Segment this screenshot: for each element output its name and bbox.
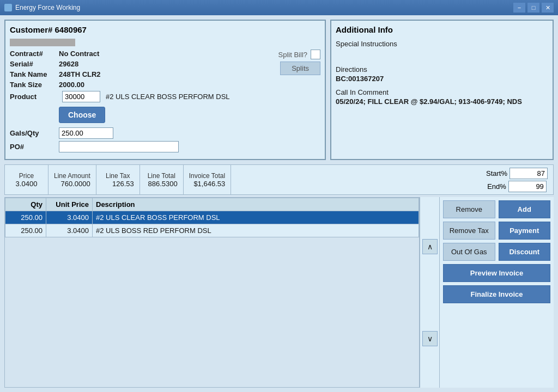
cell-description: #2 ULS BOSS RED PERFORM DSL xyxy=(93,224,419,237)
po-input[interactable] xyxy=(59,141,179,152)
cell-qty: 250.00 xyxy=(5,211,46,224)
out-of-gas-discount-row: Out Of Gas Discount xyxy=(443,243,550,261)
cell-unit-price: 3.0400 xyxy=(46,211,93,224)
payment-button[interactable]: Payment xyxy=(499,222,551,240)
remove-tax-button[interactable]: Remove Tax xyxy=(443,222,495,240)
tank-name-value: 248TH CLR2 xyxy=(59,70,101,78)
gals-qty-label: Gals/Qty xyxy=(10,129,59,137)
tank-size-value: 2000.00 xyxy=(59,81,84,89)
cell-description: #2 ULS CLEAR BOSS PERFORM DSL xyxy=(93,211,419,224)
preview-invoice-row: Preview Invoice xyxy=(443,264,550,282)
po-label: PO# xyxy=(10,143,59,151)
splits-button[interactable]: Splits xyxy=(280,62,320,75)
line-tax-section: Line Tax 126.53 xyxy=(96,165,140,194)
finalize-invoice-button[interactable]: Finalize Invoice xyxy=(443,285,550,303)
line-total-section: Line Total 886.5300 xyxy=(140,165,184,194)
start-pct-input[interactable] xyxy=(510,168,548,179)
remove-add-row: Remove Add xyxy=(443,200,550,218)
cell-unit-price: 3.0400 xyxy=(46,224,93,237)
finalize-invoice-row: Finalize Invoice xyxy=(443,285,550,303)
tank-size-label: Tank Size xyxy=(10,81,59,89)
col-header-description: Description xyxy=(93,198,419,211)
line-amount-header: Line Amount xyxy=(54,172,90,180)
product-code-input[interactable] xyxy=(62,91,100,102)
directions-label: Directions xyxy=(336,65,548,74)
serial-value: 29628 xyxy=(59,60,78,68)
minimize-button[interactable]: − xyxy=(513,3,525,13)
call-in-comment-value: 05/20/24; FILL CLEAR @ $2.94/GAL; 913-40… xyxy=(336,97,548,106)
start-pct-label: Start% xyxy=(486,169,507,177)
contract-value: No Contract xyxy=(59,50,99,58)
invoice-total-header: Invoice Total xyxy=(189,172,226,180)
pct-section: Start% End% xyxy=(481,165,553,194)
call-in-comment-label: Call In Comment xyxy=(336,88,548,96)
remove-button[interactable]: Remove xyxy=(443,200,495,218)
additional-info-panel: Additional Info Special Instructions Dir… xyxy=(330,20,554,160)
line-total-value: 886.5300 xyxy=(145,180,178,188)
contract-label: Contract# xyxy=(10,50,59,58)
price-section: Price 3.0400 xyxy=(5,165,48,194)
special-instructions-label: Special Instructions xyxy=(336,40,548,48)
main-window: Customer# 6480967 Contract# No Contract … xyxy=(0,15,558,392)
end-pct-input[interactable] xyxy=(508,181,547,192)
title-bar: Energy Force Working − □ ✕ xyxy=(0,0,558,15)
line-amount-value: 760.0000 xyxy=(54,180,90,188)
add-button[interactable]: Add xyxy=(499,200,551,218)
directions-value: BC:001367207 xyxy=(336,75,548,83)
table-row[interactable]: 250.00 3.0400 #2 ULS BOSS RED PERFORM DS… xyxy=(5,224,419,237)
arrow-down-button[interactable]: ∨ xyxy=(422,331,438,346)
line-amount-section: Line Amount 760.0000 xyxy=(48,165,96,194)
tank-name-label: Tank Name xyxy=(10,70,59,78)
split-bill-label: Split Bill? xyxy=(278,51,307,59)
cell-qty: 250.00 xyxy=(5,224,46,237)
customer-header: Customer# 6480967 xyxy=(10,25,320,34)
line-tax-header: Line Tax xyxy=(106,172,130,180)
product-name: #2 ULS CLEAR BOSS PERFORM DSL xyxy=(106,93,230,101)
action-panel: Remove Add Remove Tax Payment Out Of Gas… xyxy=(439,197,554,388)
invoice-total-section: Invoice Total $1,646.53 xyxy=(184,165,232,194)
arrow-panel: ∧ ∨ xyxy=(420,197,439,388)
customer-section: Customer# 6480967 Contract# No Contract … xyxy=(0,15,558,164)
preview-invoice-button[interactable]: Preview Invoice xyxy=(443,264,550,282)
product-label: Product xyxy=(10,93,59,101)
close-button[interactable]: ✕ xyxy=(542,3,554,13)
arrow-up-button[interactable]: ∧ xyxy=(422,239,438,254)
serial-label: Serial# xyxy=(10,60,59,68)
col-header-unit-price: Unit Price xyxy=(46,198,93,211)
choose-button[interactable]: Choose xyxy=(59,107,105,123)
gals-qty-input[interactable] xyxy=(59,127,113,139)
customer-info-panel: Customer# 6480967 Contract# No Contract … xyxy=(4,20,326,160)
additional-info-header: Additional Info xyxy=(336,25,548,34)
customer-name-blurred xyxy=(10,39,75,46)
invoice-total-value: $1,646.53 xyxy=(189,180,226,188)
discount-button[interactable]: Discount xyxy=(499,243,551,261)
line-items-table: Qty Unit Price Description 250.00 3.0400… xyxy=(5,198,419,237)
app-title: Energy Force Working xyxy=(15,4,80,11)
col-header-qty: Qty xyxy=(5,198,46,211)
price-header: Price xyxy=(19,172,34,180)
app-icon xyxy=(4,4,12,11)
price-value: 3.0400 xyxy=(10,180,43,188)
line-tax-value: 126.53 xyxy=(102,180,134,188)
line-total-header: Line Total xyxy=(148,172,175,180)
out-of-gas-button[interactable]: Out Of Gas xyxy=(443,243,495,261)
end-pct-label: End% xyxy=(487,182,506,191)
table-row[interactable]: 250.00 3.0400 #2 ULS CLEAR BOSS PERFORM … xyxy=(5,211,419,224)
split-bill-checkbox[interactable] xyxy=(311,50,320,59)
remove-tax-payment-row: Remove Tax Payment xyxy=(443,222,550,240)
maximize-button[interactable]: □ xyxy=(527,3,539,13)
